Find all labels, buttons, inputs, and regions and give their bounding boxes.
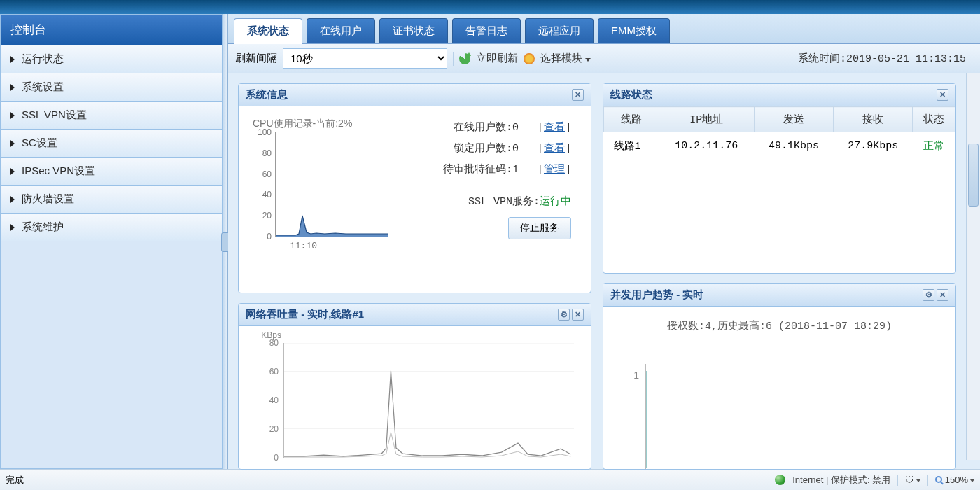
triangle-right-icon: [10, 84, 15, 91]
table-row[interactable]: 线路1 10.2.11.76 49.1Kbps 27.9Kbps 正常: [604, 132, 955, 160]
sidebar-item-label: IPSec VPN设置: [22, 164, 95, 178]
triangle-right-icon: [10, 196, 15, 203]
triangle-right-icon: [10, 140, 15, 147]
chevron-down-icon: [916, 479, 920, 482]
panel-title: 线路状态: [610, 88, 652, 102]
sidebar-item-system-settings[interactable]: 系统设置: [1, 74, 222, 102]
close-icon[interactable]: ✕: [572, 309, 584, 321]
view-online-link[interactable]: 查看: [544, 122, 565, 134]
col-ip: IP地址: [659, 107, 754, 132]
refresh-now-link[interactable]: 立即刷新: [476, 52, 518, 65]
tab-emm-license[interactable]: EMM授权: [598, 18, 670, 43]
panel-user-trend: 并发用户趋势 - 实时 ⚙ ✕ 授权数:4,历史最高:6 (2018-11-07…: [603, 284, 956, 470]
chevron-down-icon: [585, 58, 591, 62]
tab-remote-app[interactable]: 远程应用: [525, 18, 594, 43]
chevron-down-icon: [970, 479, 974, 482]
user-trend-chart: 1: [645, 364, 948, 469]
module-icon: [524, 53, 535, 64]
triangle-right-icon: [10, 224, 15, 231]
sidebar-item-label: 运行状态: [22, 52, 64, 66]
panel-title: 系统信息: [246, 88, 288, 102]
sidebar-item-firewall[interactable]: 防火墙设置: [1, 186, 222, 214]
system-time: 系统时间:2019-05-21 11:13:15: [798, 52, 973, 65]
triangle-right-icon: [10, 56, 15, 63]
scrollbar-thumb[interactable]: [968, 144, 979, 206]
sidebar-item-ipsecvpn[interactable]: IPSec VPN设置: [1, 158, 222, 186]
view-locked-link[interactable]: 查看: [544, 143, 565, 155]
panel-title: 并发用户趋势 - 实时: [610, 288, 704, 302]
cpu-chart: 100 80 60 40 20 0: [275, 132, 387, 237]
cell-line: 线路1: [604, 132, 659, 160]
sidebar-item-label: SSL VPN设置: [22, 108, 87, 122]
cell-status: 正常: [913, 132, 955, 160]
tab-system-status[interactable]: 系统状态: [234, 18, 302, 44]
sidebar-item-label: SC设置: [22, 136, 57, 150]
col-tx: 发送: [754, 107, 833, 132]
triangle-right-icon: [10, 112, 15, 119]
svc-label: SSL VPN服务:: [468, 196, 540, 208]
sidebar-item-run-status[interactable]: 运行状态: [1, 46, 222, 74]
sidebar-item-sc[interactable]: SC设置: [1, 130, 222, 158]
select-module-link[interactable]: 选择模块: [540, 52, 591, 65]
panel-network: 网络吞吐量 - 实时,线路#1 ⚙ ✕ KBps 80 60 40: [238, 303, 592, 470]
splitter[interactable]: [223, 14, 228, 469]
status-done: 完成: [6, 474, 24, 486]
cpu-chart-xlabel: 11:10: [290, 241, 317, 251]
col-rx: 接收: [834, 107, 913, 132]
cell-rx: 27.9Kbps: [834, 132, 913, 160]
cell-ip: 10.2.11.76: [659, 132, 754, 160]
close-icon[interactable]: ✕: [572, 89, 584, 101]
cpu-chart-title: CPU使用记录-当前:2%: [253, 118, 400, 130]
sidebar-item-label: 防火墙设置: [22, 192, 74, 206]
sidebar-item-sslvpn[interactable]: SSL VPN设置: [1, 102, 222, 130]
stop-service-button[interactable]: 停止服务: [508, 217, 571, 239]
triangle-right-icon: [10, 168, 15, 175]
panel-title: 网络吞吐量 - 实时,线路#1: [246, 308, 364, 321]
svc-status: 运行中: [540, 196, 571, 208]
gear-icon[interactable]: ⚙: [923, 289, 934, 301]
refresh-interval-select[interactable]: 10秒: [283, 48, 447, 69]
refresh-icon: [459, 53, 470, 64]
sidebar-item-label: 系统设置: [22, 80, 64, 94]
online-users-label: 在线用户数:0: [454, 122, 519, 134]
tab-online-users[interactable]: 在线用户: [307, 18, 375, 43]
sidebar: 控制台 运行状态 系统设置 SSL VPN设置 SC设置 IPSec VPN设置…: [0, 14, 223, 469]
zoom-icon: [935, 476, 942, 483]
pending-codes-label: 待审批特征码:1: [443, 164, 519, 176]
user-trend-subtitle: 授权数:4,历史最高:6 (2018-11-07 18:29): [603, 307, 955, 332]
col-line: 线路: [604, 107, 659, 132]
tab-cert-status[interactable]: 证书状态: [379, 18, 448, 43]
sidebar-item-maintenance[interactable]: 系统维护: [1, 214, 222, 241]
scrollbar[interactable]: [966, 74, 980, 460]
sidebar-title: 控制台: [1, 15, 222, 46]
locked-users-label: 锁定用户数:0: [454, 143, 519, 155]
network-chart: KBps 80 60 40 20 0: [284, 343, 574, 458]
manage-pending-link[interactable]: 管理: [544, 164, 565, 176]
refresh-interval-label: 刷新间隔: [235, 52, 277, 65]
sidebar-item-label: 系统维护: [22, 220, 64, 234]
content: 系统状态 在线用户 证书状态 告警日志 远程应用 EMM授权 刷新间隔 10秒 …: [228, 14, 980, 469]
panel-line-status: 线路状态 ✕ 线路 IP地址 发送 接收 状态: [603, 83, 956, 274]
toolbar: 刷新间隔 10秒 立即刷新 选择模块 系统时间:2019-05-21 11:13…: [228, 44, 980, 74]
close-icon[interactable]: ✕: [937, 289, 948, 301]
tab-alarm-log[interactable]: 告警日志: [452, 18, 521, 43]
close-icon[interactable]: ✕: [937, 89, 948, 101]
line-status-table: 线路 IP地址 发送 接收 状态 线路1 10.2.11.76 49.1Kbps…: [603, 106, 955, 160]
gear-icon[interactable]: ⚙: [558, 309, 570, 321]
cell-tx: 49.1Kbps: [754, 132, 833, 160]
tabs: 系统状态 在线用户 证书状态 告警日志 远程应用 EMM授权: [228, 14, 980, 44]
panel-sysinfo: 系统信息 ✕ CPU使用记录-当前:2% 100 80: [238, 83, 592, 293]
col-status: 状态: [913, 107, 955, 132]
